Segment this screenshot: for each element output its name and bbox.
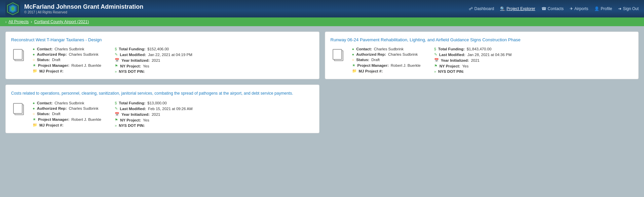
funding-row-2: $ Total Funding: $1,843,470.00	[434, 47, 512, 51]
breadcrumb-all-projects[interactable]: All Projects	[8, 19, 29, 24]
calendar-icon: 📅	[115, 58, 119, 62]
nav-contacts[interactable]: ☎ Contacts	[541, 6, 564, 11]
authorized-rep-row-1: ● Authorized Rep: Charles Sudbrink	[33, 52, 101, 56]
breadcrumb-current[interactable]: Cortland County Airport (2021)	[34, 19, 89, 24]
dot-pin-row-3: » NYS DOT PIN:	[115, 124, 192, 128]
nav-dashboard[interactable]: ☍ Dashboard	[469, 6, 494, 11]
star-icon: ★	[33, 63, 36, 67]
project-title-1[interactable]: Reconstruct West T-Hangar Taxilanes - De…	[11, 37, 314, 42]
calendar-icon-2: 📅	[434, 58, 439, 62]
money-icon-2: $	[434, 47, 436, 51]
app-header: McFarland Johnson Grant Administration ©…	[0, 0, 644, 17]
star-icon-3: ★	[33, 117, 36, 121]
nav-project-explorer[interactable]: 🔍 Project Explorer	[500, 6, 535, 11]
money-icon: $	[115, 47, 117, 51]
header-title-block: McFarland Johnson Grant Administration ©…	[24, 3, 143, 14]
nav-sign-out[interactable]: ➔ Sign Out	[618, 6, 639, 11]
project-card-2: Runway 06-24 Pavement Rehabilitation, Li…	[325, 32, 639, 79]
project-body-1: ● Contact: Charles Sudbrink ● Authorized…	[11, 47, 314, 73]
svg-marker-4	[11, 7, 14, 11]
nav-profile[interactable]: 👤 Profile	[594, 6, 612, 11]
person-icon-4: ●	[352, 52, 354, 56]
ny-project-row-2: ⚑ NY Project: Yes	[434, 64, 512, 68]
mj-project-row-1: 📁 MJ Project #:	[33, 69, 101, 73]
dot-pin-row-1: » NYS DOT PIN:	[115, 69, 192, 73]
project-card-3: Costs related to operations, personnel, …	[5, 85, 319, 133]
pm-row-3: ★ Project Manager: Robert J. Buerkle	[33, 117, 101, 121]
year-row-2: 📅 Year Initialized: 2021	[434, 58, 512, 62]
project-info-col-right-1: $ Total Funding: $152,406.00 ✎ Last Modi…	[115, 47, 192, 73]
modified-row-1: ✎ Last Modified: Jan 22, 2021 at 04:19 P…	[115, 52, 192, 57]
project-card-1: Reconstruct West T-Hangar Taxilanes - De…	[5, 32, 319, 79]
folder-icon-3: 📁	[33, 123, 37, 127]
calendar-icon-3: 📅	[115, 112, 119, 116]
main-nav: ☍ Dashboard 🔍 Project Explorer ☎ Contact…	[469, 6, 639, 11]
edit-icon: ✎	[115, 52, 118, 57]
status-row-3: ○ Status: Draft	[33, 112, 101, 116]
project-title-2[interactable]: Runway 06-24 Pavement Rehabilitation, Li…	[331, 37, 633, 42]
star-icon-2: ★	[352, 63, 355, 67]
project-icon-2[interactable]	[331, 47, 347, 63]
person-icon-3: ●	[352, 47, 354, 51]
person-icon-5: ●	[33, 101, 35, 105]
clock-icon-3: ○	[33, 112, 35, 116]
project-info-col-right-3: $ Total Funding: $13,000.00 ✎ Last Modif…	[115, 101, 192, 128]
project-icon-1[interactable]	[11, 47, 27, 63]
flag-icon-3: ⚑	[115, 118, 118, 122]
profile-icon: 👤	[594, 6, 599, 11]
project-description-3[interactable]: Costs related to operations, personnel, …	[11, 90, 314, 96]
status-row-1: ○ Status: Draft	[33, 58, 101, 62]
arrow-icon-3: »	[115, 124, 117, 128]
mj-project-row-2: 📁 MJ Project #:	[352, 69, 421, 73]
project-info-3: ● Contact: Charles Sudbrink ● Authorized…	[33, 101, 314, 128]
breadcrumb-arrow: ›	[5, 20, 6, 24]
breadcrumb: › All Projects › Cortland County Airport…	[0, 17, 644, 26]
ny-project-row-1: ⚑ NY Project: Yes	[115, 64, 192, 68]
main-content: Reconstruct West T-Hangar Taxilanes - De…	[0, 26, 644, 139]
dashboard-icon: ☍	[469, 6, 473, 11]
arrow-icon-2: »	[434, 69, 436, 73]
pm-row-2: ★ Project Manager: Robert J. Buerkle	[352, 63, 421, 67]
person-icon-2: ●	[33, 52, 35, 56]
funding-row-1: $ Total Funding: $152,406.00	[115, 47, 192, 51]
project-info-2: ● Contact: Charles Sudbrink ● Authorized…	[352, 47, 633, 73]
clock-icon-2: ○	[352, 58, 354, 62]
person-icon: ●	[33, 47, 35, 51]
dot-pin-row-2: » NYS DOT PIN:	[434, 69, 512, 73]
pm-row-1: ★ Project Manager: Robert J. Buerkle	[33, 63, 101, 67]
arrow-icon: »	[115, 69, 117, 73]
flag-icon: ⚑	[115, 64, 118, 68]
modified-row-2: ✎ Last Modified: Jan 28, 2021 at 04:36 P…	[434, 52, 512, 57]
folder-icon: 📁	[33, 69, 37, 73]
status-row-2: ○ Status: Draft	[352, 58, 421, 62]
contacts-icon: ☎	[541, 6, 546, 11]
edit-icon-2: ✎	[434, 52, 437, 57]
flag-icon-2: ⚑	[434, 64, 438, 68]
project-info-col-left-3: ● Contact: Charles Sudbrink ● Authorized…	[33, 101, 101, 128]
app-subtitle: © 2017 | All Rights Reserved	[24, 10, 143, 14]
project-icon-3[interactable]	[11, 101, 27, 117]
ny-project-row-3: ⚑ NY Project: Yes	[115, 118, 192, 122]
project-body-2: ● Contact: Charles Sudbrink ● Authorized…	[331, 47, 633, 73]
mj-project-row-3: 📁 MJ Project #:	[33, 123, 101, 127]
nav-airports[interactable]: ✈ Airports	[570, 6, 588, 11]
project-info-col-left-1: ● Contact: Charles Sudbrink ● Authorized…	[33, 47, 101, 73]
edit-icon-3: ✎	[115, 106, 118, 111]
person-icon-6: ●	[33, 106, 35, 110]
airplane-icon: ✈	[570, 6, 573, 11]
money-icon-3: $	[115, 101, 117, 105]
breadcrumb-separator: ›	[31, 19, 32, 24]
contact-row-1: ● Contact: Charles Sudbrink	[33, 47, 101, 51]
app-logo	[5, 1, 20, 16]
clock-icon: ○	[33, 58, 35, 62]
authorized-rep-row-3: ● Authorized Rep: Charles Sudbrink	[33, 106, 101, 110]
project-info-col-right-2: $ Total Funding: $1,843,470.00 ✎ Last Mo…	[434, 47, 512, 73]
project-body-3: ● Contact: Charles Sudbrink ● Authorized…	[11, 101, 314, 128]
year-row-3: 📅 Year Initialized: 2021	[115, 112, 192, 116]
project-info-1: ● Contact: Charles Sudbrink ● Authorized…	[33, 47, 314, 73]
folder-icon-2: 📁	[352, 69, 357, 73]
signout-icon: ➔	[618, 6, 621, 11]
modified-row-3: ✎ Last Modified: Feb 15, 2021 at 09:26 A…	[115, 106, 192, 111]
project-info-col-left-2: ● Contact: Charles Sudbrink ● Authorized…	[352, 47, 421, 73]
funding-row-3: $ Total Funding: $13,000.00	[115, 101, 192, 105]
